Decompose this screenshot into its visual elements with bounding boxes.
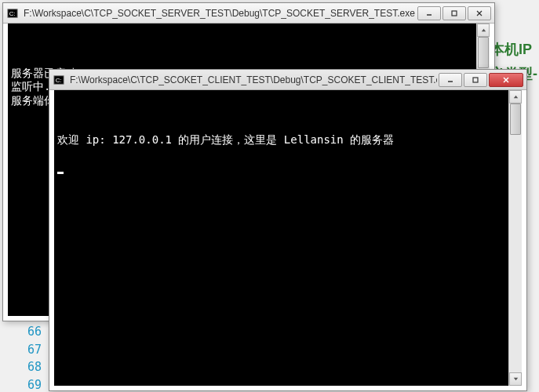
client-scrollbar[interactable] xyxy=(508,90,522,386)
line-number: 69 xyxy=(27,376,42,393)
scroll-down-button[interactable] xyxy=(509,372,522,386)
close-button[interactable] xyxy=(468,6,491,20)
client-titlebar[interactable]: C: F:\Workspace\C\TCP_SCOKET_CLIENT_TEST… xyxy=(49,70,526,90)
svg-marker-15 xyxy=(513,378,517,381)
minimize-button[interactable] xyxy=(417,6,441,20)
client-window-controls xyxy=(437,73,523,87)
line-number: 67 xyxy=(27,341,42,359)
server-window-title: F:\Workspace\C\TCP_SOCKET_SERVER_TEST\De… xyxy=(24,8,416,19)
console-app-icon: C: xyxy=(6,7,19,20)
maximize-button[interactable] xyxy=(464,73,487,87)
close-button[interactable] xyxy=(489,73,523,87)
client-console-output: 欢迎 ip: 127.0.0.1 的用户连接，这里是 Lellansin 的服务… xyxy=(54,90,522,386)
line-number: 66 xyxy=(27,323,42,341)
scroll-up-button[interactable] xyxy=(509,90,522,103)
svg-rect-3 xyxy=(452,11,457,16)
client-console-window[interactable]: C: F:\Workspace\C\TCP_SCOKET_CLIENT_TEST… xyxy=(49,69,527,391)
scroll-thumb[interactable] xyxy=(478,37,489,68)
console-app-icon: C: xyxy=(53,74,65,86)
server-titlebar[interactable]: C: F:\Workspace\C\TCP_SOCKET_SERVER_TEST… xyxy=(3,3,494,24)
svg-rect-11 xyxy=(473,78,478,82)
scroll-up-button[interactable] xyxy=(477,24,490,37)
console-line: 欢迎 ip: 127.0.0.1 的用户连接，这里是 Lellansin 的服务… xyxy=(57,133,394,146)
maximize-button[interactable] xyxy=(442,6,466,20)
server-window-controls xyxy=(416,6,491,20)
svg-text:C:: C: xyxy=(56,76,62,83)
minimize-button[interactable] xyxy=(439,73,462,87)
text-cursor xyxy=(57,172,64,174)
client-window-title: F:\Workspace\C\TCP_SCOKET_CLIENT_TEST\De… xyxy=(70,74,437,85)
svg-marker-6 xyxy=(481,29,485,32)
scroll-track[interactable] xyxy=(509,103,522,372)
line-number: 68 xyxy=(27,358,42,376)
svg-text:C:: C: xyxy=(9,9,16,16)
bg-text-line: 本机IP xyxy=(490,38,537,62)
scroll-thumb[interactable] xyxy=(510,103,521,135)
editor-line-numbers: 66 67 68 69 70 xyxy=(27,323,42,392)
svg-marker-14 xyxy=(513,96,517,99)
